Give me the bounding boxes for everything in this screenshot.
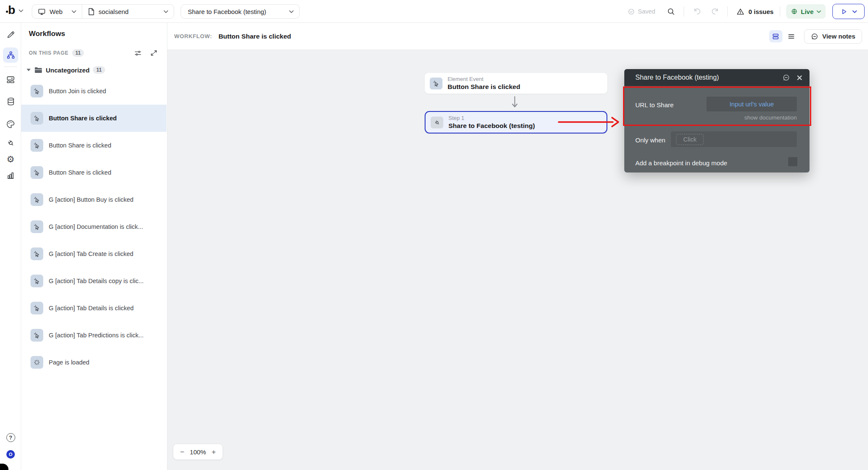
event-node-card[interactable]: Element Event Button Share is clicked: [425, 73, 607, 94]
event-icon-tile: [31, 166, 43, 179]
zoom-in-button[interactable]: +: [211, 448, 216, 456]
platform-app-selector-group: Web socialsend: [32, 4, 174, 19]
data-tab-button[interactable]: [0, 97, 21, 106]
workflow-list-item[interactable]: G [action] Button Buy is clicked: [21, 186, 167, 213]
workflow-list-item[interactable]: Button Join is clicked: [21, 78, 167, 105]
cursor-click-icon: [33, 169, 40, 176]
cursor-click-icon: [33, 142, 40, 149]
search-button[interactable]: [664, 0, 678, 23]
palette-icon: [6, 120, 15, 129]
event-icon-tile: [31, 275, 43, 287]
canvas-header: WORKFLOW: Button Share is clicked View n…: [167, 23, 868, 50]
platform-label: Web: [50, 8, 63, 15]
page-selector-label: Share to Facebook (testing): [188, 8, 289, 15]
show-documentation-link[interactable]: show documentation: [744, 114, 797, 121]
live-label: Live: [801, 8, 813, 15]
workflow-list-item[interactable]: Button Share is clicked: [21, 132, 167, 159]
redo-button[interactable]: [708, 0, 722, 23]
popup-close-button[interactable]: [796, 75, 803, 81]
cursor-click-icon: [33, 332, 40, 339]
step-number-label: Step 1: [448, 115, 535, 122]
sliders-filter-icon: [134, 49, 142, 57]
settings-tab-button[interactable]: ⚙: [0, 155, 21, 164]
workflow-list-item[interactable]: Page is loaded: [21, 349, 167, 376]
save-status: Saved: [628, 0, 655, 23]
bubble-logo-menu[interactable]: b: [4, 0, 26, 23]
workflow-list-item[interactable]: G [action] Documentation is click...: [21, 213, 167, 240]
chevron-down-icon: [19, 9, 23, 12]
event-icon-tile: [31, 302, 43, 314]
divider: [727, 6, 728, 17]
list-view-toggle[interactable]: [785, 30, 798, 42]
preview-run-split-button[interactable]: [832, 4, 865, 19]
workflow-list-item[interactable]: Button Share is clicked: [21, 159, 167, 186]
platform-dropdown[interactable]: Web: [32, 5, 82, 18]
workflow-item-label: G [action] Documentation is click...: [49, 223, 143, 230]
workflow-item-label: Button Share is clicked: [49, 169, 111, 176]
workflow-list-item[interactable]: G [action] Tab Details copy is clic...: [21, 267, 167, 295]
database-icon: [6, 97, 15, 106]
cursor-click-icon: [33, 223, 40, 230]
workflow-item-label: Button Share is clicked: [49, 142, 111, 149]
workflow-item-label: G [action] Tab Details is clicked: [49, 305, 134, 311]
user-avatar[interactable]: O: [6, 450, 15, 459]
event-icon-tile: [31, 220, 43, 233]
help-button[interactable]: ?: [0, 433, 21, 442]
expand-panel-button[interactable]: [150, 49, 158, 57]
cursor-click-icon: [430, 78, 442, 89]
popup-header[interactable]: Share to Facebook (testing): [624, 69, 810, 86]
url-to-share-input[interactable]: Input url's value: [707, 97, 797, 111]
comment-bubble-icon: [811, 33, 818, 40]
connector-down-arrow: [511, 96, 518, 109]
chevron-down-icon: [852, 10, 857, 13]
step-node-card-selected[interactable]: Step 1 Share to Facebook (testing): [425, 111, 607, 133]
card-view-toggle[interactable]: [769, 30, 782, 42]
close-icon: [796, 75, 803, 81]
click-placeholder-chip[interactable]: Click: [676, 134, 704, 145]
issues-count-label: 0 issues: [748, 8, 773, 15]
workflow-list: Button Join is clicked Button Share is c…: [21, 78, 167, 376]
chevron-down-icon: [289, 10, 294, 13]
action-properties-popup: Share to Facebook (testing) URL to Share…: [624, 69, 810, 172]
live-environment-dropdown[interactable]: Live: [786, 4, 826, 19]
popup-notes-button[interactable]: [782, 74, 790, 81]
breakpoint-checkbox[interactable]: [788, 157, 798, 167]
design-tab-button[interactable]: [0, 30, 21, 39]
globe-icon: [791, 8, 798, 15]
logs-tab-button[interactable]: [0, 171, 21, 180]
redo-icon: [711, 7, 719, 16]
filter-button[interactable]: [134, 49, 142, 57]
workflow-list-item[interactable]: G [action] Tab Predictions is click...: [21, 322, 167, 349]
gear-icon: ⚙: [7, 155, 15, 164]
event-icon-tile: [31, 85, 43, 97]
styles-tab-button[interactable]: [0, 120, 21, 129]
chevron-down-icon: [72, 10, 76, 13]
workflows-panel: Workflows ON THIS PAGE 11 Uncategorized …: [21, 23, 167, 470]
plugins-tab-button[interactable]: [0, 138, 21, 147]
zoom-out-button[interactable]: −: [180, 448, 184, 456]
folder-row-uncategorized[interactable]: Uncategorized 11: [26, 64, 162, 76]
workflow-item-label: G [action] Tab Details copy is clic...: [49, 278, 144, 284]
popup-body: URL to Share Input url's value show docu…: [624, 86, 810, 172]
workflow-item-label: G [action] Button Buy is clicked: [49, 196, 134, 203]
page-selector-dropdown[interactable]: Share to Facebook (testing): [181, 4, 300, 19]
url-field-label: URL to Share: [635, 101, 673, 108]
workflow-list-item[interactable]: G [action] Tab Details is clicked: [21, 295, 167, 322]
only-when-input[interactable]: Click: [671, 131, 797, 147]
issues-button[interactable]: 0 issues: [736, 0, 773, 23]
workflow-list-item[interactable]: Button Share is clicked: [21, 105, 167, 132]
view-notes-button[interactable]: View notes: [804, 29, 862, 44]
search-icon: [667, 7, 675, 16]
event-icon-tile: [31, 139, 43, 152]
reusable-elements-tab-button[interactable]: [0, 75, 21, 84]
card-view-icon: [772, 33, 779, 40]
cursor-click-icon: [33, 196, 40, 203]
workflow-item-label: G [action] Tab Predictions is click...: [49, 332, 144, 339]
workflow-list-item[interactable]: G [action] Tab Create is clicked: [21, 240, 167, 267]
workflow-title: Button Share is clicked: [218, 33, 291, 40]
app-dropdown[interactable]: socialsend: [82, 5, 174, 18]
workflow-tab-button[interactable]: [3, 47, 18, 63]
left-navigation-rail: ⚙ ? O: [0, 23, 21, 470]
cursor-click-icon: [33, 278, 40, 284]
undo-button[interactable]: [690, 0, 704, 23]
